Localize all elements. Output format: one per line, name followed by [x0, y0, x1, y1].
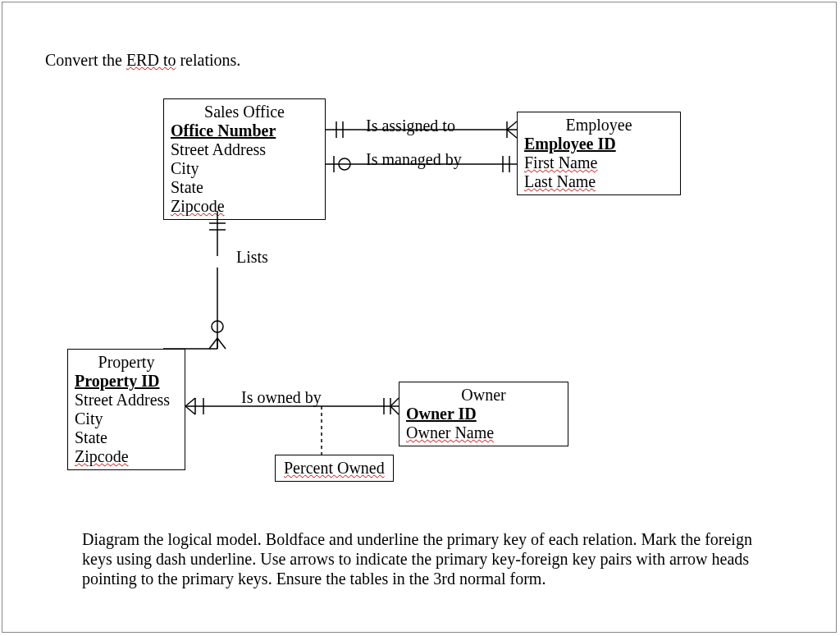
attr-state: State [75, 428, 178, 447]
attr-owner-name: Owner Name [406, 423, 494, 442]
entity-property: Property Property ID Street Address City… [67, 349, 185, 470]
attr-zipcode: Zipcode [171, 197, 225, 215]
entity-title: Property [75, 353, 178, 372]
attr-employee-id: Employee ID [524, 135, 616, 153]
rel-is-owned-by: Is owned by [241, 388, 322, 407]
prompt-text: Convert the ERD to relations. [45, 51, 240, 70]
attr-city: City [171, 159, 318, 178]
attr-state: State [171, 178, 318, 197]
attr-property-id: Property ID [75, 372, 160, 390]
attr-last-name: Last Name [524, 172, 596, 190]
attr-percent-owned: Percent Owned [284, 459, 385, 477]
entity-sales-office: Sales Office Office Number Street Addres… [163, 98, 326, 220]
attr-first-name: First Name [524, 153, 597, 172]
attr-owner-id: Owner ID [406, 405, 477, 423]
attr-city: City [75, 410, 178, 428]
entity-employee: Employee Employee ID First Name Last Nam… [517, 112, 681, 195]
entity-title: Employee [524, 116, 673, 135]
attr-percent-owned-box: Percent Owned [275, 455, 394, 482]
attr-zipcode: Zipcode [75, 447, 129, 465]
attr-office-number: Office Number [171, 121, 276, 140]
prompt-prefix: Convert the [45, 51, 126, 69]
rel-is-managed-by: Is managed by [366, 150, 462, 169]
rel-is-assigned-to: Is assigned to [366, 117, 455, 135]
attr-street-address: Street Address [75, 391, 178, 410]
entity-title: Sales Office [171, 103, 318, 121]
instructions-text: Diagram the logical model. Boldface and … [82, 529, 755, 588]
prompt-suffix: relations. [176, 51, 240, 69]
attr-street-address: Street Address [171, 140, 318, 159]
prompt-spell: ERD to [126, 51, 176, 69]
entity-title: Owner [406, 386, 561, 405]
rel-lists: Lists [236, 248, 268, 267]
entity-owner: Owner Owner ID Owner Name [399, 382, 568, 446]
